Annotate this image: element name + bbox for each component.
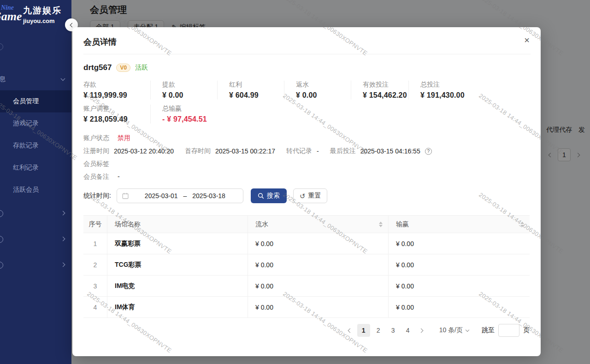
stat-value: ¥ 191,430.00 xyxy=(420,91,519,100)
cell-index: 1 xyxy=(83,233,107,254)
sidebar-group-collapsed-3[interactable] xyxy=(0,252,71,278)
stat-value: ¥ 154,462.20 xyxy=(363,91,408,100)
cell-index: 3 xyxy=(83,276,107,296)
sidebar-item-clipped-top[interactable] xyxy=(0,37,71,57)
stat-label: 红利 xyxy=(229,81,284,89)
stat-label: 账户调整 xyxy=(83,105,150,113)
stat-bonus: 红利 ¥ 604.99 xyxy=(217,81,284,100)
cell-venue: 双赢彩票 xyxy=(107,233,248,254)
member-summary: drtg567 V0 活跃 xyxy=(83,63,148,72)
sidebar-item-bonus-records[interactable]: 红利记录 xyxy=(0,157,71,179)
meta-value: 2025-03-15 00:22:17 xyxy=(215,147,275,155)
meta-agent-transfer-record: 转代记录 - xyxy=(286,147,319,155)
sort-icon[interactable] xyxy=(379,222,383,227)
stat-label: 有效投注 xyxy=(363,81,408,89)
brand-logo[interactable]: Nine Game 九游娱乐 jiuyou.com xyxy=(0,0,71,29)
search-button[interactable]: 搜索 xyxy=(251,188,287,203)
brand-game-text: Game xyxy=(0,11,21,23)
prev-page-button[interactable] xyxy=(345,324,355,337)
stat-withdrawal: 提款 ¥ 0.00 xyxy=(150,81,217,100)
stats-filter-row: 统计时间: 2025-03-01 – 2025-03-18 搜索 xyxy=(83,188,327,203)
table-header-row: 序号 场馆名称 流水 输赢 xyxy=(83,216,530,233)
table-row: 1 双赢彩票 ¥ 0.00 ¥ 0.00 xyxy=(83,233,530,254)
date-range-values: 2025-03-01 – 2025-03-18 xyxy=(132,192,238,200)
member-remark-row: 会员备注 - xyxy=(83,173,120,181)
stat-value: ¥ 0.00 xyxy=(162,91,217,100)
date-start-value: 2025-03-01 xyxy=(145,192,178,200)
page-button-3[interactable]: 3 xyxy=(387,324,400,337)
jump-unit-label: 页 xyxy=(523,326,530,335)
member-remark-label: 会员备注 xyxy=(83,173,109,181)
stat-label: 总输赢 xyxy=(162,105,217,113)
stats-period-label: 统计时间: xyxy=(83,192,111,200)
cell-venue: IM电竞 xyxy=(107,276,248,296)
menu-icon-fragment xyxy=(0,43,3,50)
sidebar-item-game-records[interactable]: 游戏记录 xyxy=(0,112,71,135)
sidebar-item-active-members[interactable]: 活跃会员 xyxy=(0,179,71,201)
chevron-right-icon xyxy=(61,211,65,216)
cell-index: 4 xyxy=(83,297,107,317)
member-tags-label: 会员标签 xyxy=(83,160,109,167)
column-header-turnover[interactable]: 流水 xyxy=(248,216,389,233)
member-meta-row: 注册时间 2025-03-12 20:40:20 首存时间 2025-03-15… xyxy=(83,147,432,155)
sidebar-menu: 息 会员管理 游戏记录 存款记录 红利记录 活跃会员 xyxy=(0,37,71,278)
page-button-4[interactable]: 4 xyxy=(401,324,414,337)
cell-turnover: ¥ 0.00 xyxy=(248,233,389,254)
stats-row-1: 存款 ¥ 119,999.99 提款 ¥ 0.00 红利 ¥ 604.99 返水… xyxy=(83,81,519,100)
column-header-index: 序号 xyxy=(83,216,107,233)
cell-turnover: ¥ 0.00 xyxy=(248,254,389,275)
modal-pagination: 1 2 3 4 10 条/页 跳至 页 xyxy=(343,324,530,337)
sidebar-item-label: 存款记录 xyxy=(13,141,39,150)
table-row: 4 IM体育 ¥ 0.00 ¥ 0.00 xyxy=(83,297,530,318)
question-circle-icon[interactable]: ? xyxy=(425,148,432,155)
sort-icon[interactable] xyxy=(520,222,524,227)
stat-label: 提款 xyxy=(162,81,217,89)
cell-index: 2 xyxy=(83,254,107,275)
stat-value: ¥ 0.00 xyxy=(296,91,351,100)
cell-winloss: ¥ 0.00 xyxy=(389,254,530,275)
meta-label: 最后投注 xyxy=(330,147,356,155)
meta-label: 注册时间 xyxy=(83,147,109,155)
date-end-value: 2025-03-18 xyxy=(192,192,225,200)
column-header-label: 输赢 xyxy=(396,220,409,229)
chevron-right-icon xyxy=(419,328,424,333)
menu-icon-fragment xyxy=(0,262,3,269)
cell-winloss: ¥ 0.00 xyxy=(389,233,530,254)
sidebar-item-label: 游戏记录 xyxy=(13,119,39,128)
page-size-select[interactable]: 10 条/页 xyxy=(439,326,469,335)
meta-first-deposit-time: 首存时间 2025-03-15 00:22:17 xyxy=(185,147,275,155)
sidebar-group-member-info[interactable]: 息 xyxy=(0,68,71,90)
menu-icon-fragment xyxy=(0,236,3,243)
reset-icon: ↺ xyxy=(300,193,306,200)
sidebar-item-member-management[interactable]: 会员管理 xyxy=(0,90,71,112)
account-status-value: 禁用 xyxy=(118,134,130,142)
modal-title: 会员详情 xyxy=(83,36,117,47)
member-username: drtg567 xyxy=(83,63,112,72)
chevron-down-icon xyxy=(466,328,469,331)
column-header-winloss[interactable]: 输赢 xyxy=(389,216,530,233)
meta-register-time: 注册时间 2025-03-12 20:40:20 xyxy=(83,147,174,155)
member-detail-modal: 会员详情 × drtg567 V0 活跃 存款 ¥ 119,999.99 提款 … xyxy=(72,27,541,356)
page-button-2[interactable]: 2 xyxy=(372,324,385,337)
next-page-button[interactable] xyxy=(416,324,426,337)
account-status-label: 账户状态 xyxy=(83,134,109,142)
divider xyxy=(83,54,531,54)
sidebar-group-collapsed-1[interactable] xyxy=(0,201,71,227)
meta-last-bet: 最后投注 2025-03-15 04:16:55 ? xyxy=(330,147,432,155)
sidebar-item-label: 红利记录 xyxy=(13,164,39,172)
page-button-1[interactable]: 1 xyxy=(357,324,370,337)
stat-value-negative: - ¥ 97,454.51 xyxy=(162,115,217,123)
jump-to-page-input[interactable] xyxy=(498,324,519,337)
reset-button-label: 重置 xyxy=(308,192,321,200)
reset-button[interactable]: ↺ 重置 xyxy=(293,188,328,203)
date-range-picker[interactable]: 2025-03-01 – 2025-03-18 xyxy=(117,188,243,203)
sidebar-group-collapsed-2[interactable] xyxy=(0,227,71,252)
cell-turnover: ¥ 0.00 xyxy=(248,297,389,317)
menu-icon-fragment xyxy=(0,210,3,217)
brand-names: 九游娱乐 jiuyou.com xyxy=(23,5,62,24)
sidebar-item-deposit-records[interactable]: 存款记录 xyxy=(0,135,71,157)
table-row: 3 IM电竞 ¥ 0.00 ¥ 0.00 xyxy=(83,276,530,297)
chevron-left-icon xyxy=(70,23,75,27)
cell-turnover: ¥ 0.00 xyxy=(248,276,389,296)
close-icon[interactable]: × xyxy=(524,35,530,45)
